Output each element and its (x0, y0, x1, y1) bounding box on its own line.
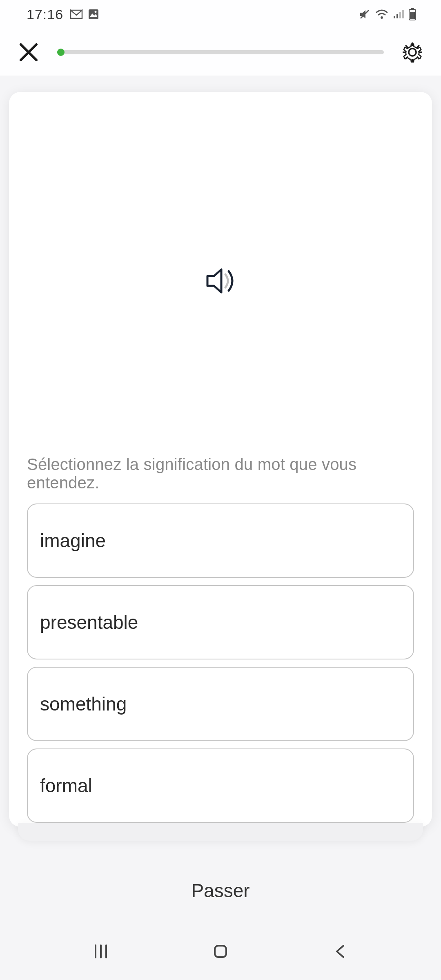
status-right (359, 8, 416, 20)
svg-point-13 (409, 49, 416, 56)
play-audio-button[interactable] (203, 263, 238, 301)
close-button[interactable] (16, 40, 41, 65)
home-button[interactable] (208, 939, 233, 964)
answer-option-3[interactable]: something (27, 667, 414, 741)
question-card: Sélectionnez la signification du mot que… (9, 92, 432, 827)
svg-point-3 (381, 16, 383, 19)
answer-option-2[interactable]: presentable (27, 585, 414, 659)
skip-label: Passer (191, 880, 249, 901)
instruction-text: Sélectionnez la signification du mot que… (27, 455, 414, 492)
gear-icon (401, 41, 424, 64)
close-icon (18, 41, 40, 63)
recents-button[interactable] (89, 939, 113, 964)
svg-rect-5 (396, 14, 398, 18)
svg-rect-17 (215, 946, 226, 957)
speaker-icon (203, 263, 238, 299)
status-time: 17:16 (27, 7, 63, 22)
answer-option-1[interactable]: imagine (27, 503, 414, 578)
svg-rect-10 (410, 12, 415, 19)
signal-icon (393, 9, 404, 19)
option-label: formal (40, 775, 92, 797)
system-nav-bar (0, 923, 441, 980)
back-icon (334, 943, 347, 960)
back-button[interactable] (328, 939, 352, 964)
svg-point-1 (95, 11, 97, 13)
gmail-icon (70, 9, 83, 19)
option-label: presentable (40, 611, 138, 633)
status-left: 17:16 (27, 7, 99, 22)
top-bar (0, 29, 441, 76)
battery-icon (408, 8, 416, 20)
answer-options: imagine presentable something formal (27, 503, 414, 823)
gallery-icon (88, 9, 99, 20)
option-label: imagine (40, 530, 106, 552)
skip-button[interactable]: Passer (0, 871, 441, 910)
status-app-icons (70, 9, 99, 20)
answer-option-4[interactable]: formal (27, 748, 414, 823)
svg-rect-0 (89, 9, 98, 19)
svg-rect-7 (402, 10, 404, 18)
progress-bar (57, 50, 384, 54)
audio-play-area (27, 108, 414, 455)
svg-rect-4 (394, 16, 395, 18)
svg-rect-6 (399, 12, 401, 18)
home-icon (212, 943, 229, 960)
progress-indicator (57, 49, 65, 56)
wifi-icon (375, 9, 389, 20)
mute-icon (359, 8, 371, 20)
option-label: something (40, 693, 127, 715)
settings-button[interactable] (400, 40, 425, 65)
card-stack-shadow (18, 823, 423, 841)
status-bar: 17:16 (0, 0, 441, 29)
recents-icon (92, 943, 109, 960)
